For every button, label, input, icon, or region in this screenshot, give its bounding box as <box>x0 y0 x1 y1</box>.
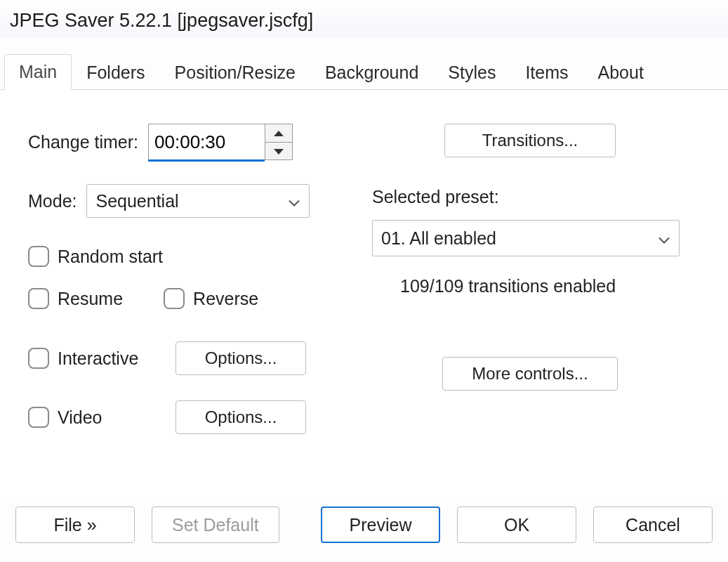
checkbox-box <box>28 288 49 309</box>
interactive-checkbox[interactable]: Interactive <box>28 348 147 369</box>
file-button[interactable]: File » <box>15 507 135 543</box>
selected-preset-label: Selected preset: <box>372 187 688 207</box>
tab-background[interactable]: Background <box>310 55 433 90</box>
change-timer-label: Change timer: <box>28 132 138 152</box>
selected-preset-value: 01. All enabled <box>381 228 496 249</box>
selected-preset-select[interactable]: 01. All enabled <box>372 220 680 256</box>
footer-bar: File » Set Default Preview OK Cancel <box>0 502 728 562</box>
cancel-button[interactable]: Cancel <box>593 507 713 543</box>
random-start-checkbox[interactable]: Random start <box>28 246 163 267</box>
svg-marker-0 <box>274 131 284 136</box>
checkbox-box <box>28 246 49 267</box>
tab-strip: Main Folders Position/Resize Background … <box>0 51 728 90</box>
mode-select-value: Sequential <box>95 191 178 211</box>
left-column: Change timer: <box>28 124 358 434</box>
chevron-down-icon <box>288 191 300 211</box>
interactive-label: Interactive <box>58 348 138 369</box>
tab-folders[interactable]: Folders <box>72 55 159 90</box>
tab-styles[interactable]: Styles <box>433 55 510 90</box>
video-options-button[interactable]: Options... <box>176 400 306 434</box>
spinner-up-button[interactable] <box>265 124 292 143</box>
spinner-down-button[interactable] <box>265 143 292 160</box>
set-default-button[interactable]: Set Default <box>152 507 279 543</box>
window-title: JPEG Saver 5.22.1 [jpegsaver.jscfg] <box>0 0 728 38</box>
transitions-status: 109/109 transitions enabled <box>372 276 688 296</box>
video-label: Video <box>58 407 102 428</box>
tabs-container: Main Folders Position/Resize Background … <box>0 51 728 502</box>
right-column: Transitions... Selected preset: 01. All … <box>372 124 688 391</box>
checkbox-box <box>28 348 49 369</box>
chevron-down-icon <box>658 228 670 249</box>
preview-button[interactable]: Preview <box>321 507 440 543</box>
change-timer-spinner[interactable] <box>148 124 293 160</box>
mode-label: Mode: <box>28 191 77 211</box>
more-controls-button[interactable]: More controls... <box>442 357 618 391</box>
transitions-button[interactable]: Transitions... <box>444 124 616 157</box>
tab-about[interactable]: About <box>583 55 658 90</box>
chevron-up-icon <box>274 127 284 138</box>
tab-main[interactable]: Main <box>4 54 72 90</box>
chevron-down-icon <box>274 145 284 157</box>
checkbox-box <box>164 288 185 309</box>
video-checkbox[interactable]: Video <box>28 407 147 428</box>
resume-checkbox[interactable]: Resume <box>28 288 123 309</box>
interactive-options-button[interactable]: Options... <box>176 341 306 375</box>
ok-button[interactable]: OK <box>457 507 576 543</box>
tab-items[interactable]: Items <box>510 55 583 90</box>
resume-label: Resume <box>58 289 123 309</box>
mode-select[interactable]: Sequential <box>86 184 310 218</box>
reverse-label: Reverse <box>193 289 258 309</box>
random-start-label: Random start <box>58 247 163 267</box>
change-timer-input[interactable] <box>148 124 265 160</box>
tab-panel-main: Change timer: <box>0 89 728 502</box>
tab-position-resize[interactable]: Position/Resize <box>160 55 310 90</box>
svg-marker-1 <box>274 149 284 155</box>
reverse-checkbox[interactable]: Reverse <box>164 288 258 309</box>
checkbox-box <box>28 407 49 428</box>
settings-window: JPEG Saver 5.22.1 [jpegsaver.jscfg] Main… <box>0 0 728 562</box>
